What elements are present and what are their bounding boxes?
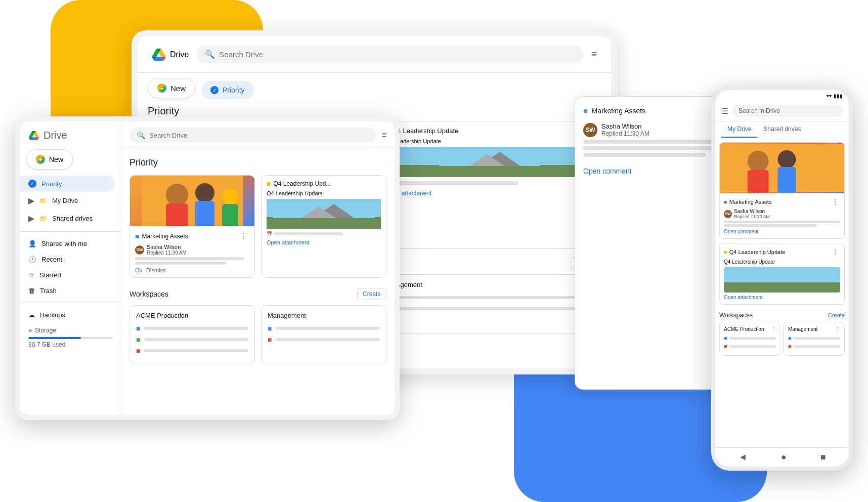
m-card2-subtitle: Q4 Leadership Update [724, 259, 840, 265]
sidebar-divider-1 [20, 231, 121, 232]
pc1-user-time: Replied 11:39 AM [147, 250, 187, 256]
main-ws-acme-title: ACME Production [136, 312, 248, 319]
card2-open-attachment[interactable]: Open attachment [385, 190, 594, 197]
m-wf-slides-m: ■ [788, 343, 792, 349]
pc2-landscape-svg [267, 199, 381, 229]
pc1-menu[interactable]: ⋮ [237, 230, 249, 242]
m-card2-menu[interactable]: ⋮ [830, 247, 840, 257]
mobile-tab-shared-drives[interactable]: Shared drives [757, 121, 807, 138]
pc1-actions: Ok Dismiss [135, 267, 249, 273]
main-wf-doc-icon: ■ [136, 324, 140, 332]
mobile-screen: ▾▾ ▮▮▮ ☰ Search in Drive My Drive Shared… [715, 90, 849, 467]
main-ws-mgmt-title: Management [268, 312, 380, 319]
main-create-button[interactable]: Create [357, 288, 386, 300]
mobile-ws-mgmt-menu[interactable]: ⋮ [835, 326, 840, 332]
svg-rect-13 [166, 203, 188, 226]
mobile-wf-mgmt-2: ■ [788, 343, 840, 349]
sidebar-item-priority[interactable]: ✓ Priority [20, 176, 115, 192]
mobile-tab-shared-drives-label: Shared drives [763, 126, 801, 133]
tablet-main-device: Drive + New ✓ Priority ▶ 📁 My Drive ▶ 📁 … [15, 116, 400, 420]
mobile-card-2: ■ Q4 Leadership Update ⋮ Q4 Leadership U… [719, 243, 845, 305]
mobile-nav-recent[interactable]: ■ [820, 452, 826, 463]
sidebar-recent-label: Recent [41, 256, 62, 263]
storage-label: Storage [35, 327, 56, 334]
sidebar-item-trash[interactable]: 🗑 Trash [20, 283, 115, 299]
tablet-back-new-button[interactable]: + New [148, 78, 195, 98]
main-search-bar[interactable]: 🔍 [129, 128, 376, 143]
main-wf-m1: ■ [268, 324, 380, 332]
mobile-tab-my-drive[interactable]: My Drive [721, 121, 757, 138]
card2-title: Q4 Leadership Update [392, 127, 458, 135]
priority-card1-img [130, 176, 254, 226]
main-workspaces-title: Workspaces [129, 290, 168, 298]
mobile-nav-back[interactable]: ◄ [738, 452, 747, 463]
new-button-label: New [170, 84, 186, 93]
svg-rect-22 [273, 224, 374, 229]
sidebar-item-shared-drives[interactable]: ▶ 📁 Shared drives [20, 210, 115, 227]
pc1-dismiss-btn[interactable]: Dismiss [146, 267, 166, 273]
svg-point-16 [222, 189, 238, 205]
mobile-ws-acme-menu[interactable]: ⋮ [771, 326, 776, 332]
sidebar-item-my-drive[interactable]: ▶ 📁 My Drive [20, 192, 115, 210]
m-card2-title: Q4 Leadership Update [729, 249, 786, 255]
mobile-create-btn[interactable]: Create [828, 312, 845, 318]
main-wf-doc-m: ■ [268, 324, 272, 332]
tablet-back-search-bar[interactable]: 🔍 [197, 46, 583, 63]
sidebar-starred-label: Starred [39, 271, 61, 279]
m-card1-title: Marketing Assets [729, 199, 772, 205]
pc1-ok-btn[interactable]: Ok [135, 267, 142, 273]
mobile-workspaces-title: Workspaces [719, 312, 753, 319]
pc2-landscape [267, 199, 381, 229]
sidebar-logo-text: Drive [44, 130, 67, 141]
tb-wf-mgmt-1: ■ [384, 294, 594, 302]
main-page-title: Priority [129, 157, 386, 168]
storage-used-text: 30.7 GB used [28, 341, 113, 348]
m-card2-link[interactable]: Open attachment [724, 295, 840, 300]
main-wf-3: ■ [136, 347, 248, 355]
sidebar-item-recent[interactable]: 🕐 Recent [20, 252, 115, 267]
card2-landscape [385, 147, 594, 177]
sidebar-new-button[interactable]: + New [26, 149, 73, 170]
drive-logo-icon [152, 49, 166, 61]
pc2-subtitle: Q4 Leadership Update [267, 190, 381, 197]
mobile-nav-home[interactable]: ● [781, 452, 787, 463]
backups-icon: ☁ [28, 311, 35, 319]
m-card2-doc-icon: ■ [724, 249, 727, 255]
mobile-wf-acme-1: ■ [724, 335, 776, 341]
mobile-ws-management: Management ⋮ ■ ■ [784, 322, 845, 356]
mobile-tabs: My Drive Shared drives [715, 121, 849, 138]
sidebar-item-shared-with-me[interactable]: 👤 Shared with me [20, 236, 115, 252]
pc1-doc-icon: ■ [135, 232, 139, 240]
mobile-ws-acme-title: ACME Production ⋮ [724, 326, 776, 332]
main-workspaces-header: Workspaces Create [129, 288, 386, 300]
pc1-user-name: Sasha Wilson [147, 244, 187, 250]
mobile-menu-icon[interactable]: ☰ [721, 106, 728, 116]
m-card2-landscape [724, 267, 840, 292]
card2-subtitle: Q4 Leadership Update [385, 138, 594, 145]
mobile-search-bar[interactable]: Search in Drive [732, 105, 843, 117]
m-wf-sk1 [729, 337, 776, 340]
mobile-ws-mgmt-title-text: Management [788, 326, 817, 332]
svg-rect-8 [439, 166, 540, 177]
tablet-back-priority-nav[interactable]: ✓ Priority [201, 81, 254, 99]
sidebar-item-backups[interactable]: ☁ Backups [20, 307, 115, 323]
main-wf-slides-m: ■ [268, 336, 272, 344]
sidebar-plus-icon: + [36, 155, 45, 164]
pcard1-illustration [130, 176, 254, 226]
m-card1-menu[interactable]: ⋮ [830, 197, 840, 206]
mobile-workspace-cards: ACME Production ⋮ ■ ■ [719, 322, 845, 356]
pc2-open-link[interactable]: Open attachment [267, 239, 381, 245]
mobile-workspaces: Workspaces Create ACME Production ⋮ ■ [719, 309, 845, 359]
mobile-status-bar: ▾▾ ▮▮▮ [715, 90, 849, 102]
rp-user-time: Replied 11:30 AM [601, 130, 649, 137]
main-workspace-cards: ACME Production ■ ■ ■ [129, 305, 386, 364]
my-drive-icon: ▶ [28, 196, 34, 205]
rp-skeleton-2 [583, 146, 732, 150]
main-search-input[interactable] [149, 132, 369, 139]
sidebar-item-starred[interactable]: ☆ Starred [20, 267, 115, 283]
m-card1-link[interactable]: Open comment [724, 229, 840, 234]
main-filter-icon[interactable]: ≡ [382, 131, 386, 140]
filter-icon[interactable]: ≡ [591, 49, 597, 60]
sidebar-my-drive-icon: 📁 [39, 197, 47, 204]
tablet-back-search-input[interactable] [219, 50, 575, 59]
